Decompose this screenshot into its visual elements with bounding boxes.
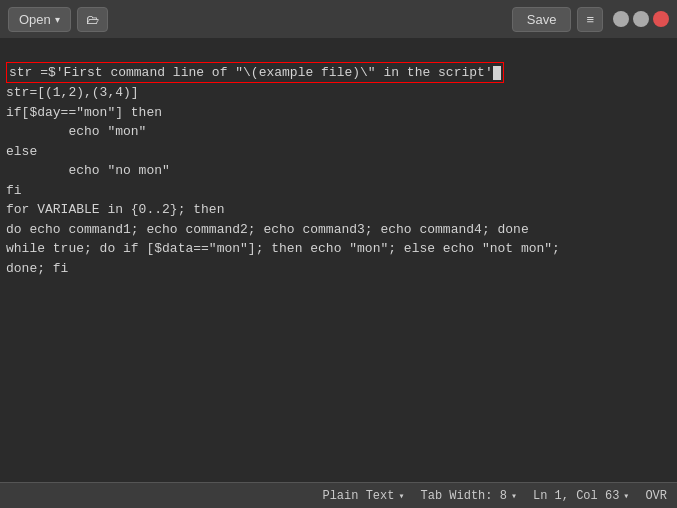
menu-button[interactable]: ≡ — [577, 7, 603, 32]
plain-text-label: Plain Text — [322, 489, 394, 503]
folder-icon: 🗁 — [86, 12, 99, 27]
cursor-position[interactable]: Ln 1, Col 63 ▾ — [533, 489, 629, 503]
open-label: Open — [19, 12, 51, 27]
maximize-button[interactable] — [633, 11, 649, 27]
position-label: Ln 1, Col 63 — [533, 489, 619, 503]
open-arrow-icon: ▾ — [55, 14, 60, 25]
close-button[interactable] — [653, 11, 669, 27]
cursor — [493, 66, 501, 80]
toolbar-left: Open ▾ 🗁 — [8, 7, 108, 32]
tab-width-selector[interactable]: Tab Width: 8 ▾ — [420, 489, 516, 503]
toolbar: Open ▾ 🗁 Save ≡ — [0, 0, 677, 38]
statusbar: Plain Text ▾ Tab Width: 8 ▾ Ln 1, Col 63… — [0, 482, 677, 508]
save-button[interactable]: Save — [512, 7, 572, 32]
edit-mode: OVR — [645, 489, 667, 503]
plain-text-arrow-icon: ▾ — [398, 490, 404, 502]
mode-label: OVR — [645, 489, 667, 503]
code-content: str =$'First command line of "\(example … — [6, 42, 671, 278]
toolbar-right: Save ≡ — [512, 7, 669, 32]
position-arrow-icon: ▾ — [623, 490, 629, 502]
tab-width-label: Tab Width: 8 — [420, 489, 506, 503]
tab-width-arrow-icon: ▾ — [511, 490, 517, 502]
minimize-button[interactable] — [613, 11, 629, 27]
plain-text-selector[interactable]: Plain Text ▾ — [322, 489, 404, 503]
editor-area[interactable]: str =$'First command line of "\(example … — [0, 38, 677, 482]
line-1: str =$'First command line of "\(example … — [6, 62, 504, 84]
open-button[interactable]: Open ▾ — [8, 7, 71, 32]
window-controls — [613, 11, 669, 27]
folder-button[interactable]: 🗁 — [77, 7, 108, 32]
